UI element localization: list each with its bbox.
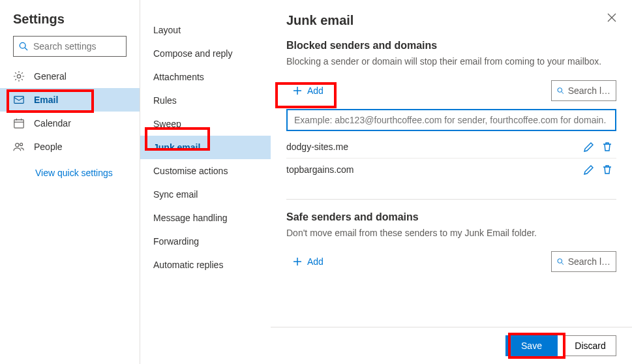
section-divider bbox=[286, 199, 616, 200]
safe-description: Don't move email from these senders to m… bbox=[286, 227, 616, 240]
svg-point-18 bbox=[558, 259, 562, 264]
nav-item-calendar[interactable]: Calendar bbox=[0, 112, 140, 135]
search-label: Search l… bbox=[568, 256, 610, 267]
nav-label: People bbox=[34, 142, 63, 152]
blocked-entry-row: dodgy-sites.me bbox=[286, 136, 616, 159]
blocked-search[interactable]: Search l… bbox=[551, 80, 616, 101]
blocked-entry-name: topbargains.com bbox=[286, 164, 580, 175]
nav-item-email[interactable]: Email bbox=[0, 88, 140, 112]
safe-add-button[interactable]: Add bbox=[286, 252, 330, 271]
view-quick-settings-link[interactable]: View quick settings bbox=[0, 159, 140, 178]
subnav-junk-email[interactable]: Junk email bbox=[140, 136, 271, 159]
footer: Save Discard bbox=[271, 327, 632, 364]
subnav-sweep[interactable]: Sweep bbox=[140, 112, 271, 136]
svg-line-15 bbox=[562, 91, 564, 93]
plus-icon bbox=[293, 257, 302, 266]
subnav-rules[interactable]: Rules bbox=[140, 89, 271, 112]
page-title: Junk email bbox=[286, 13, 354, 28]
svg-line-19 bbox=[562, 263, 564, 265]
delete-button[interactable] bbox=[598, 164, 616, 175]
blocked-heading: Blocked senders and domains bbox=[286, 40, 616, 52]
discard-button[interactable]: Discard bbox=[564, 335, 616, 356]
trash-icon bbox=[602, 164, 612, 175]
svg-point-14 bbox=[558, 87, 562, 92]
search-label: Search l… bbox=[568, 85, 610, 96]
subnav-layout[interactable]: Layout bbox=[140, 18, 271, 42]
nav-label: Calendar bbox=[34, 118, 71, 129]
svg-point-2 bbox=[17, 74, 20, 78]
mail-icon bbox=[13, 94, 25, 106]
main-panel: Junk email Blocked senders and domains B… bbox=[271, 0, 632, 364]
pencil-icon bbox=[584, 142, 594, 152]
subnav-attachments[interactable]: Attachments bbox=[140, 65, 271, 89]
save-button[interactable]: Save bbox=[505, 335, 558, 356]
svg-point-8 bbox=[16, 144, 19, 147]
blocked-entry-row: topbargains.com bbox=[286, 159, 616, 181]
trash-icon bbox=[602, 142, 612, 152]
subnav-forwarding[interactable]: Forwarding bbox=[140, 230, 271, 253]
svg-line-1 bbox=[25, 48, 27, 50]
edit-button[interactable] bbox=[580, 142, 598, 152]
close-button[interactable] bbox=[607, 13, 616, 24]
settings-title: Settings bbox=[0, 12, 140, 36]
search-icon bbox=[557, 257, 564, 266]
plus-icon bbox=[293, 86, 302, 95]
blocked-add-button[interactable]: Add bbox=[286, 82, 330, 100]
search-icon bbox=[19, 42, 28, 51]
add-label: Add bbox=[307, 256, 324, 267]
nav-item-general[interactable]: General bbox=[0, 65, 140, 88]
settings-search[interactable] bbox=[13, 36, 127, 57]
add-label: Add bbox=[307, 85, 324, 96]
nav-item-people[interactable]: People bbox=[0, 135, 140, 159]
edit-button[interactable] bbox=[580, 164, 598, 175]
safe-search[interactable]: Search l… bbox=[551, 251, 616, 272]
blocked-entry-name: dodgy-sites.me bbox=[286, 142, 580, 152]
subnav-sync-email[interactable]: Sync email bbox=[140, 183, 271, 206]
svg-rect-3 bbox=[14, 97, 23, 104]
blocked-add-input[interactable] bbox=[294, 115, 609, 125]
settings-subnav: Layout Compose and reply Attachments Rul… bbox=[140, 0, 271, 364]
calendar-icon bbox=[13, 117, 25, 129]
safe-heading: Safe senders and domains bbox=[286, 211, 616, 223]
svg-rect-4 bbox=[14, 120, 23, 129]
settings-sidebar: Settings General Email Calendar People V… bbox=[0, 0, 140, 364]
subnav-customise-actions[interactable]: Customise actions bbox=[140, 159, 271, 183]
nav-label: General bbox=[34, 71, 67, 82]
nav-label: Email bbox=[34, 95, 58, 105]
subnav-message-handling[interactable]: Message handling bbox=[140, 206, 271, 230]
delete-button[interactable] bbox=[598, 142, 616, 152]
svg-point-0 bbox=[20, 42, 25, 48]
gear-icon bbox=[13, 70, 25, 82]
svg-point-9 bbox=[20, 143, 23, 145]
search-icon bbox=[557, 86, 564, 95]
pencil-icon bbox=[584, 164, 594, 175]
people-icon bbox=[13, 141, 25, 153]
subnav-automatic-replies[interactable]: Automatic replies bbox=[140, 253, 271, 277]
subnav-compose[interactable]: Compose and reply bbox=[140, 42, 271, 65]
blocked-description: Blocking a sender or domain will stop th… bbox=[286, 55, 616, 68]
settings-search-input[interactable] bbox=[33, 41, 121, 52]
close-icon bbox=[607, 13, 616, 22]
blocked-add-input-row[interactable] bbox=[286, 109, 616, 131]
